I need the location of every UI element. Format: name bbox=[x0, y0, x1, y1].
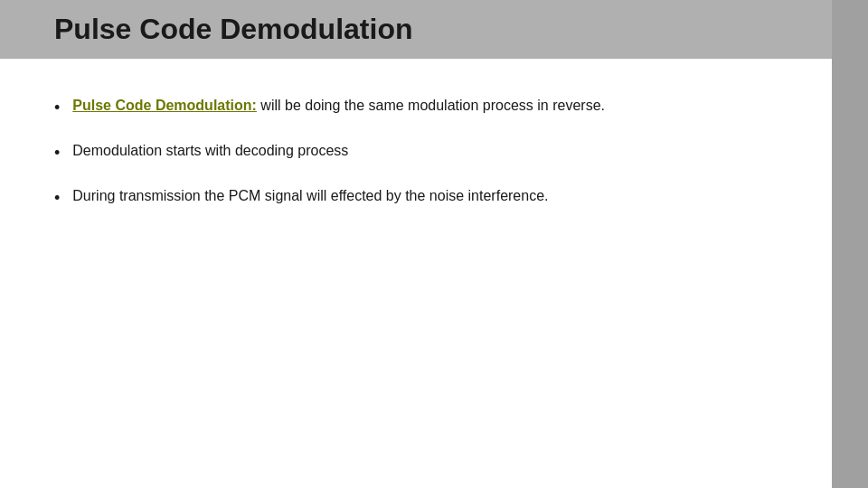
title-bar: Pulse Code Demodulation bbox=[0, 0, 832, 59]
bullet-dot-1: • bbox=[54, 96, 60, 120]
list-item: • Pulse Code Demodulation: will be doing… bbox=[54, 95, 778, 120]
bullet-dot-3: • bbox=[54, 186, 60, 211]
page-title: Pulse Code Demodulation bbox=[54, 13, 412, 45]
main-content: Pulse Code Demodulation • Pulse Code Dem… bbox=[0, 0, 832, 488]
list-item: • During transmission the PCM signal wil… bbox=[54, 185, 778, 211]
sidebar-right bbox=[832, 0, 868, 488]
bullet-text-1: Pulse Code Demodulation: will be doing t… bbox=[72, 95, 778, 117]
bullet-text-2: Demodulation starts with decoding proces… bbox=[72, 140, 778, 162]
list-item: • Demodulation starts with decoding proc… bbox=[54, 140, 778, 165]
bullet-body-1: will be doing the same modulation proces… bbox=[257, 98, 605, 113]
bullet-dot-2: • bbox=[54, 141, 60, 165]
bullet-text-3: During transmission the PCM signal will … bbox=[72, 185, 778, 207]
content-area: • Pulse Code Demodulation: will be doing… bbox=[0, 86, 832, 249]
term-label-1: Pulse Code Demodulation: bbox=[72, 98, 257, 113]
